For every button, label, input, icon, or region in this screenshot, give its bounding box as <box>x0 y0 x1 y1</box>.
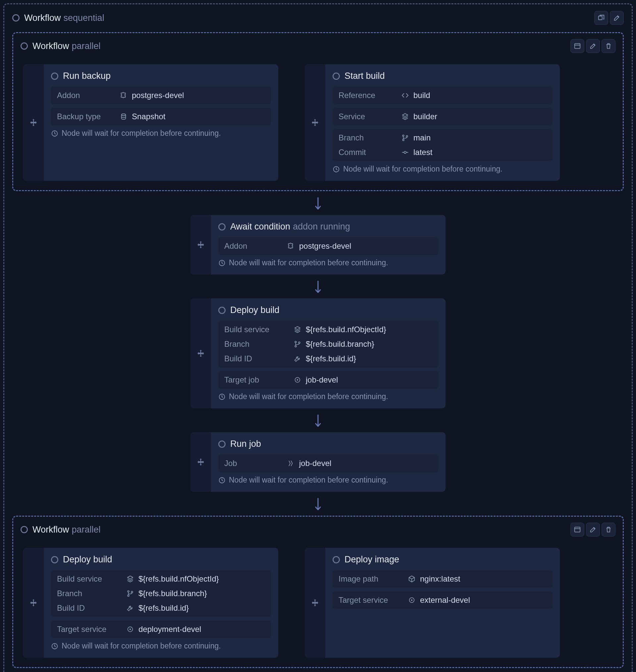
wait-note: Node will wait for completion before con… <box>51 129 271 138</box>
status-ring-icon <box>51 556 58 563</box>
target-icon <box>126 626 134 633</box>
prop-value: postgres-devel <box>132 91 184 100</box>
drag-handle[interactable] <box>191 432 211 492</box>
layers-icon <box>126 575 134 583</box>
status-ring-icon <box>218 441 225 448</box>
prop-label: Build ID <box>57 604 126 613</box>
workflow-subtitle: sequential <box>64 13 104 23</box>
drag-handle[interactable] <box>305 64 325 181</box>
workflow-subtitle: parallel <box>72 525 101 535</box>
arrow-down-icon <box>12 191 624 215</box>
prop-value: builder <box>413 112 437 121</box>
prop-value: job-devel <box>299 459 331 468</box>
database-icon <box>120 113 127 120</box>
prop-label: Target job <box>224 375 294 385</box>
commit-icon <box>401 149 409 156</box>
workflow-title: Workflow <box>33 41 69 51</box>
card-deploy-build-2[interactable]: Deploy build Build service ${refs.build.… <box>23 548 278 658</box>
wait-note: Node will wait for completion before con… <box>333 165 553 174</box>
target-icon <box>294 376 301 384</box>
cube-icon <box>408 575 415 583</box>
prop-label: Commit <box>339 148 401 157</box>
workflow-subtitle: parallel <box>72 41 101 51</box>
arrow-down-icon <box>12 492 624 516</box>
card-title: Start build <box>344 71 385 81</box>
status-ring-icon <box>12 14 20 22</box>
delete-button[interactable] <box>601 523 615 536</box>
prop-label: Branch <box>57 589 126 598</box>
drag-handle[interactable] <box>191 299 211 408</box>
prop-label: Image path <box>339 574 408 584</box>
layers-icon <box>294 326 301 333</box>
window-button[interactable] <box>571 39 584 53</box>
prop-value: postgres-devel <box>299 241 351 251</box>
status-ring-icon <box>51 73 58 80</box>
prop-label: Job <box>224 459 287 468</box>
delete-button[interactable] <box>601 39 615 53</box>
prop-label: Backup type <box>57 112 120 121</box>
status-ring-icon <box>218 307 225 314</box>
branch-icon <box>126 590 134 597</box>
prop-value: ${refs.build.nfObjectId} <box>306 325 386 334</box>
prop-value: ${refs.build.branch} <box>306 340 374 349</box>
wrench-icon <box>294 355 301 362</box>
card-start-build[interactable]: Start build Reference build Service <box>305 64 560 181</box>
drag-handle[interactable] <box>23 64 44 181</box>
edit-button[interactable] <box>586 39 600 53</box>
code-icon <box>401 92 409 99</box>
run-icon <box>287 460 295 467</box>
workflow-sequential: Workflow sequential Workflow parallel <box>3 3 633 672</box>
prop-label: Target service <box>339 595 408 605</box>
wait-note: Node will wait for completion before con… <box>218 475 438 485</box>
prop-label: Branch <box>339 133 401 142</box>
wait-note: Node will wait for completion before con… <box>51 642 271 650</box>
prop-label: Target service <box>57 625 126 634</box>
puzzle-icon <box>287 242 295 250</box>
drag-handle[interactable] <box>305 548 325 658</box>
workflow-title: Workflow <box>24 13 61 23</box>
card-title: Run job <box>230 439 261 449</box>
workflow-title: Workflow <box>33 525 69 535</box>
arrow-down-icon <box>12 274 624 299</box>
prop-value: ${refs.build.nfObjectId} <box>138 574 219 584</box>
card-run-job[interactable]: Run job Job job-devel Node will wait for… <box>191 432 445 492</box>
wait-note: Node will wait for completion before con… <box>218 392 438 401</box>
layers-icon <box>401 113 409 120</box>
wait-note: Node will wait for completion before con… <box>218 258 438 267</box>
card-title: Deploy image <box>344 554 399 565</box>
status-ring-icon <box>333 556 340 563</box>
prop-label: Build ID <box>224 354 294 363</box>
edit-button[interactable] <box>586 523 600 536</box>
prop-label: Build service <box>224 325 294 334</box>
prop-value: job-devel <box>306 375 338 385</box>
status-ring-icon <box>333 73 340 80</box>
prop-value: deployment-devel <box>138 625 201 634</box>
card-deploy-image[interactable]: Deploy image Image path nginx:latest Tar… <box>305 548 560 658</box>
status-ring-icon <box>21 526 28 533</box>
prop-value: build <box>413 91 430 100</box>
wrench-icon <box>126 605 134 612</box>
card-title: Run backup <box>63 71 111 81</box>
card-title: Await condition <box>230 222 290 232</box>
prop-value: external-devel <box>420 595 470 605</box>
card-run-backup[interactable]: Run backup Addon postgres-devel Backup t… <box>23 64 278 181</box>
prop-value: main <box>413 133 431 142</box>
card-subtitle: addon running <box>293 222 350 232</box>
prop-label: Addon <box>224 241 287 251</box>
prop-label: Reference <box>339 91 401 100</box>
workflow-parallel-1: Workflow parallel Run backup <box>12 32 624 191</box>
drag-handle[interactable] <box>191 215 211 274</box>
target-icon <box>408 596 415 604</box>
card-await-condition[interactable]: Await condition addon running Addon post… <box>191 215 445 274</box>
drag-handle[interactable] <box>23 548 44 658</box>
branch-icon <box>294 341 301 348</box>
card-deploy-build-1[interactable]: Deploy build Build service ${refs.build.… <box>191 299 445 408</box>
edit-button[interactable] <box>610 11 624 25</box>
card-title: Deploy build <box>63 554 112 565</box>
window-button[interactable] <box>571 523 584 536</box>
prop-value: ${refs.build.id} <box>306 354 356 363</box>
workflow-parallel-2: Workflow parallel Deploy build <box>12 516 624 668</box>
windows-button[interactable] <box>594 11 608 25</box>
puzzle-icon <box>120 92 127 99</box>
status-ring-icon <box>21 42 28 50</box>
